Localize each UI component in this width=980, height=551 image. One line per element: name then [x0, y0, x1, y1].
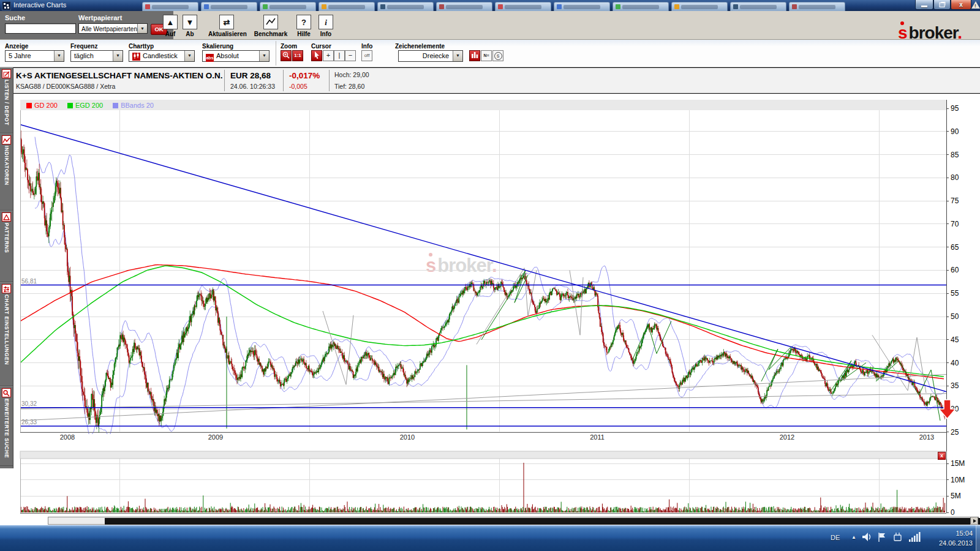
instrument-name: K+S AKTIENGESELLSCHAFT NAMENS-AKTIEN O.N…	[16, 71, 222, 80]
sidebar-item-patterns[interactable]: PATTERNS	[0, 211, 13, 282]
frequenz-select[interactable]: täglich ▼	[70, 50, 123, 62]
svg-text:85: 85	[951, 151, 959, 159]
background-tab[interactable]	[554, 2, 610, 11]
cursor-vline-button[interactable]: |	[334, 50, 345, 61]
minimize-button[interactable]	[915, 0, 933, 10]
background-tab[interactable]	[436, 2, 492, 11]
quote-high: Hoch: 29,00	[334, 71, 369, 78]
chevron-down-icon[interactable]: ▼	[137, 24, 147, 33]
cursor-cross-button[interactable]: +	[323, 50, 334, 61]
quote-price: EUR 28,68	[230, 71, 271, 80]
search-label: Suche	[5, 14, 25, 21]
background-tab[interactable]	[730, 2, 786, 11]
legend-swatch-icon	[113, 103, 118, 108]
tray-icons[interactable]	[862, 531, 921, 544]
chevron-down-icon[interactable]: ▼	[54, 51, 64, 61]
chevron-down-icon[interactable]: ▼	[113, 51, 123, 61]
sidebar-item-erweiterte-suche[interactable]: ERWEITERTE SUCHE	[0, 386, 13, 466]
zoom-1-1-button[interactable]: 1:1	[292, 50, 303, 61]
legend-label: EGD 200	[75, 102, 103, 109]
zeichenelemente-select[interactable]: Dreiecke ▼	[398, 50, 463, 62]
tab-title-placeholder	[564, 5, 600, 9]
tab-favicon-icon	[322, 4, 326, 9]
folder-pen-icon	[2, 69, 11, 78]
legend-item: EGD 200	[67, 102, 103, 109]
background-tab[interactable]	[201, 2, 257, 11]
sidebar-item-label: PATTERNS	[4, 223, 10, 253]
benchmark-button[interactable]: Benchmark	[252, 15, 289, 37]
scrollbar-track[interactable]	[48, 517, 979, 525]
legend-swatch-icon	[67, 103, 73, 108]
action-center-flag-icon	[879, 533, 885, 542]
anzeige-label: Anzeige	[5, 43, 28, 50]
legend-swatch-icon	[26, 103, 32, 108]
zoom-magnifier-button[interactable]	[281, 50, 292, 61]
zeichenelemente-value: Dreiecke	[423, 52, 449, 59]
ab-button[interactable]: ▼Ab	[172, 15, 208, 37]
toolbar-button-label: Aktualisieren	[208, 31, 245, 37]
main-toolbar: Suche Wertpapierart Alle Wertpapierarten…	[0, 11, 980, 40]
search-input[interactable]	[5, 23, 76, 34]
svg-text:95: 95	[951, 104, 959, 113]
tray-expand-icon[interactable]: ▲	[851, 534, 856, 540]
sidebar-item-chart-einstellungen[interactable]: CHART EINSTELLUNGEN	[0, 282, 13, 386]
volume-close-button[interactable]: x	[938, 452, 946, 460]
tab-title-placeholder	[387, 5, 424, 9]
background-tab[interactable]	[318, 2, 375, 11]
tab-favicon-icon	[616, 4, 620, 9]
skalierung-select[interactable]: absAbsolut ▼	[202, 50, 270, 62]
info-label: Info	[361, 43, 372, 50]
tray-clock[interactable]: 15:04 24.06.2013	[922, 528, 973, 548]
tray-language[interactable]: DE	[831, 534, 840, 541]
chart-plot-area[interactable]	[20, 100, 946, 432]
wertpapierart-select[interactable]: Alle Wertpapierarten ▼	[78, 23, 148, 34]
frequenz-value: täglich	[74, 52, 94, 59]
zeichenelemente-label: Zeichenelemente	[395, 43, 445, 50]
cursor-hline-button[interactable]: −	[345, 50, 356, 61]
restore-button[interactable]	[933, 0, 951, 10]
close-button[interactable]: x	[951, 0, 971, 10]
search-panel: Suche Wertpapierart Alle Wertpapierarten…	[0, 11, 173, 39]
tab-favicon-icon	[557, 4, 562, 9]
anzeige-value: 5 Jahre	[9, 52, 31, 59]
warning-icon[interactable]: !	[971, 1, 980, 9]
cursor-label: Cursor	[311, 43, 331, 50]
anzeige-select[interactable]: 5 Jahre ▼	[5, 50, 64, 62]
quote-low: Tief: 28,60	[334, 83, 364, 90]
background-tab[interactable]	[142, 2, 198, 11]
scrollbar-thumb[interactable]	[105, 518, 980, 525]
aktualisieren-button[interactable]: ⇄Aktualisieren	[208, 15, 245, 37]
histogram-tool-button[interactable]	[469, 50, 480, 61]
background-tab[interactable]	[377, 2, 434, 11]
show-desktop-button[interactable]	[976, 525, 980, 551]
speaker-icon	[862, 533, 870, 541]
tab-favicon-icon	[380, 4, 385, 9]
sidebar-item-indikatoren[interactable]: INDIKATOREN	[0, 133, 13, 211]
sidebar-item-listen-depot[interactable]: LISTEN / DEPOT	[0, 67, 13, 133]
tab-title-placeholder	[211, 5, 247, 9]
background-tab[interactable]	[789, 2, 845, 11]
chevron-down-icon[interactable]: ▼	[453, 51, 462, 61]
instrument-identifiers: KSAG88 / DE000KSAG888 / Xetra	[16, 83, 115, 90]
legend-label: BBands 20	[121, 102, 154, 109]
info-button[interactable]: iInfo	[307, 15, 344, 37]
chart-settings-toolbar: Anzeige 5 Jahre ▼ Frequenz täglich ▼ Cha…	[0, 40, 980, 67]
zoom-label: Zoom	[281, 43, 297, 50]
tab-title-placeholder	[152, 5, 189, 9]
background-tab[interactable]	[671, 2, 728, 11]
charttyp-select[interactable]: Candlestick ▼	[129, 50, 195, 62]
background-tab[interactable]	[612, 2, 669, 11]
background-tab[interactable]	[260, 2, 316, 11]
note-tool-button[interactable]: N≡	[481, 50, 492, 61]
svg-text:2010: 2010	[400, 433, 415, 441]
background-tab[interactable]	[495, 2, 551, 11]
svg-text:40: 40	[951, 359, 959, 367]
tab-favicon-icon	[439, 4, 444, 9]
cursor-arrow-button[interactable]	[311, 50, 322, 61]
chevron-down-icon[interactable]: ▼	[184, 51, 194, 61]
chevron-down-icon[interactable]: ▼	[259, 51, 269, 61]
s-tool-button[interactable]: S	[492, 50, 503, 61]
info-off-button[interactable]: off	[361, 50, 372, 61]
scroll-right-button[interactable]	[970, 517, 978, 525]
window-titlebar: Interactive Charts x !	[0, 0, 980, 11]
